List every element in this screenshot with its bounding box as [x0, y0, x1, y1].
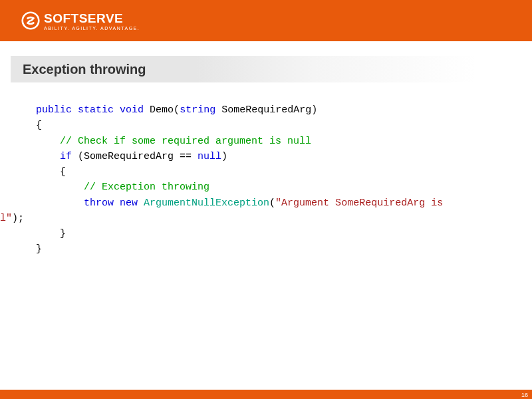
slide-header: SOFTSERVE Ability. Agility. Advantage.	[0, 0, 532, 41]
code-line: // Check if some required argument is nu…	[36, 134, 532, 149]
company-logo: SOFTSERVE Ability. Agility. Advantage.	[21, 11, 140, 31]
logo-main-text: SOFTSERVE	[44, 11, 140, 26]
code-line: l");	[0, 211, 532, 226]
code-line: public static void Demo(string SomeRequi…	[36, 102, 532, 118]
page-number: 16	[521, 392, 528, 398]
code-line: throw new ArgumentNullException("Argumen…	[36, 196, 532, 211]
slide-footer: 16	[0, 390, 532, 399]
code-line: {	[36, 118, 532, 133]
code-line: }	[36, 241, 532, 257]
code-line: if (SomeRequiredArg == null)	[36, 149, 532, 164]
logo-text: SOFTSERVE Ability. Agility. Advantage.	[44, 11, 140, 31]
code-line: }	[36, 226, 532, 241]
logo-tagline: Ability. Agility. Advantage.	[44, 26, 140, 31]
code-line: // Exception throwing	[36, 180, 532, 195]
code-sample: public static void Demo(string SomeRequi…	[36, 102, 532, 257]
slide-title: Exception throwing	[23, 62, 146, 77]
code-line: {	[36, 164, 532, 180]
logo-icon	[21, 11, 40, 30]
slide-title-bar: Exception throwing	[11, 56, 476, 82]
